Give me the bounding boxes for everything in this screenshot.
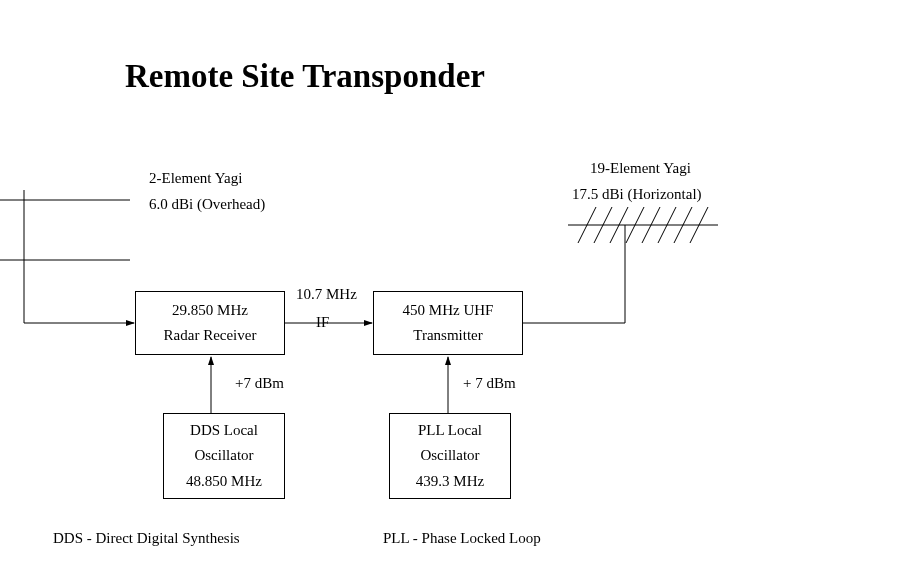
tx-antenna-name: 19-Element Yagi	[590, 160, 691, 177]
pll-lo-name: PLL Local	[418, 418, 482, 444]
dds-local-oscillator-block: DDS Local Oscillator 48.850 MHz	[163, 413, 285, 499]
glossary-dds: DDS - Direct Digital Synthesis	[53, 530, 240, 547]
svg-line-14	[674, 207, 692, 243]
svg-line-12	[642, 207, 660, 243]
svg-line-10	[610, 207, 628, 243]
rx-antenna-gain: 6.0 dBi (Overhead)	[149, 196, 265, 213]
rx-antenna-name: 2-Element Yagi	[149, 170, 242, 187]
pll-lo-freq: 439.3 MHz	[416, 469, 484, 495]
diagram-canvas: Remote Site Transponder 2-Element Yagi 6…	[0, 0, 908, 576]
svg-line-9	[594, 207, 612, 243]
receiver-role: Radar Receiver	[164, 323, 257, 349]
radar-receiver-block: 29.850 MHz Radar Receiver	[135, 291, 285, 355]
tx-antenna-gain: 17.5 dBi (Horizontal)	[572, 186, 702, 203]
svg-line-8	[578, 207, 596, 243]
pll-lo-level: + 7 dBm	[463, 375, 516, 392]
page-title: Remote Site Transponder	[125, 58, 485, 95]
rx-antenna-icon	[0, 190, 130, 323]
dds-lo-role: Oscillator	[194, 443, 253, 469]
dds-lo-freq: 48.850 MHz	[186, 469, 262, 495]
svg-line-11	[626, 207, 644, 243]
svg-line-13	[658, 207, 676, 243]
receiver-freq: 29.850 MHz	[172, 298, 248, 324]
dds-lo-name: DDS Local	[190, 418, 258, 444]
pll-local-oscillator-block: PLL Local Oscillator 439.3 MHz	[389, 413, 511, 499]
transmitter-role: Transmitter	[413, 323, 482, 349]
glossary-pll: PLL - Phase Locked Loop	[383, 530, 541, 547]
tx-antenna-icon	[568, 207, 718, 260]
svg-line-15	[690, 207, 708, 243]
transmitter-freq: 450 MHz UHF	[403, 298, 494, 324]
if-link-freq: 10.7 MHz	[296, 286, 357, 303]
pll-lo-role: Oscillator	[420, 443, 479, 469]
dds-lo-level: +7 dBm	[235, 375, 284, 392]
uhf-transmitter-block: 450 MHz UHF Transmitter	[373, 291, 523, 355]
if-link-label: IF	[316, 314, 329, 331]
